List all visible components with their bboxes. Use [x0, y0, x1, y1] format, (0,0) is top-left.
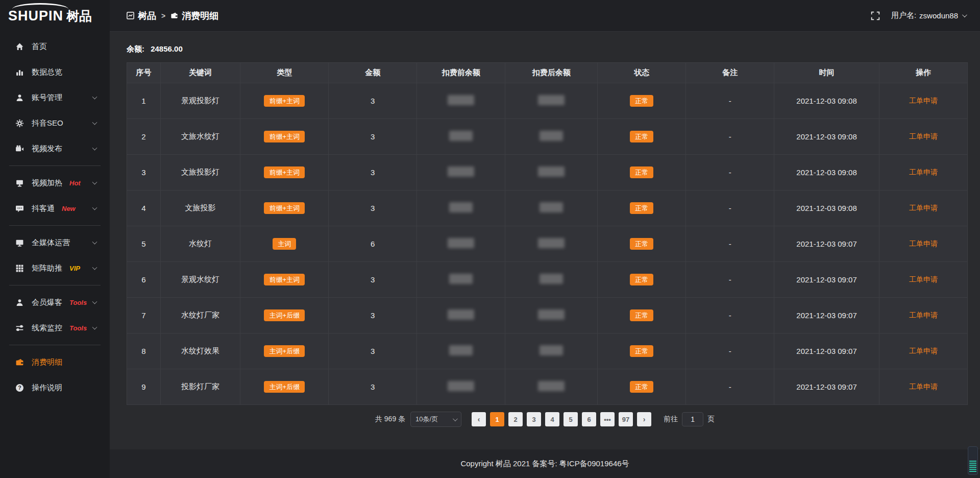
cell-remark: - — [686, 262, 774, 298]
ticket-request-link[interactable]: 工单申请 — [909, 168, 938, 176]
sidebar-item-instructions[interactable]: ? 操作说明 — [0, 375, 110, 400]
svg-text:?: ? — [18, 385, 21, 391]
sidebar-item-label: 消费明细 — [32, 357, 62, 367]
balance-value: 24856.00 — [151, 44, 183, 53]
sidebar-item-label: 抖客通 — [32, 204, 55, 213]
hot-badge: Hot — [69, 179, 81, 187]
prev-page-button[interactable]: ‹ — [472, 412, 486, 426]
page-button-6[interactable]: 6 — [582, 412, 596, 426]
sidebar-item-video-heat[interactable]: 视频加热 Hot — [0, 170, 110, 196]
table-row: 5 水纹灯 主词 6 正常 - 2021-12-03 09:07 工单申请 — [127, 226, 968, 262]
status-badge: 正常 — [630, 202, 653, 214]
ticket-request-link[interactable]: 工单申请 — [909, 383, 938, 391]
sidebar-item-data-overview[interactable]: 数据总览 — [0, 59, 110, 85]
ticket-request-link[interactable]: 工单申请 — [909, 311, 938, 319]
sidebar-item-label: 操作说明 — [32, 383, 62, 393]
redacted-balance-before — [449, 202, 473, 212]
top-bar: 树品 > 消费明细 用户名: zswodun88 — [110, 0, 980, 32]
tools-badge: Tools — [69, 299, 87, 306]
cell-amount: 3 — [329, 155, 417, 190]
sidebar-item-douyin-seo[interactable]: 抖音SEO — [0, 110, 110, 136]
new-badge: New — [62, 205, 76, 212]
breadcrumb-separator: > — [161, 12, 165, 20]
chevron-down-icon — [92, 180, 97, 185]
cell-remark: - — [686, 83, 774, 119]
ticket-request-link[interactable]: 工单申请 — [909, 240, 938, 248]
cell-remark: - — [686, 369, 774, 405]
sidebar-item-all-media[interactable]: 全媒体运营 — [0, 230, 110, 255]
sidebar-item-label: 矩阵助推 — [32, 264, 62, 273]
page-button-5[interactable]: 5 — [564, 412, 578, 426]
type-badge: 前缀+主词 — [264, 166, 305, 178]
status-badge: 正常 — [630, 131, 653, 142]
ticket-request-link[interactable]: 工单申请 — [909, 275, 938, 283]
table-row: 1 景观投影灯 前缀+主词 3 正常 - 2021-12-03 09:08 工单… — [127, 83, 968, 119]
page-button-3[interactable]: 3 — [527, 412, 541, 426]
sidebar-item-lead-monitor[interactable]: 线索监控 Tools — [0, 315, 110, 341]
cell-remark: - — [686, 119, 774, 155]
gear-icon — [15, 119, 24, 128]
cell-keyword: 投影灯厂家 — [160, 369, 240, 405]
floating-widget[interactable] — [968, 446, 978, 475]
redacted-balance-after — [540, 131, 563, 141]
more-pages-button[interactable]: ••• — [600, 412, 615, 426]
cell-remark: - — [686, 333, 774, 369]
col-header-balance-after: 扣费后余额 — [505, 63, 598, 83]
breadcrumb-root[interactable]: 树品 — [127, 10, 156, 22]
goto-page-input[interactable] — [682, 412, 703, 426]
next-page-button[interactable]: › — [637, 412, 651, 426]
type-badge: 前缀+主词 — [264, 95, 305, 107]
cell-remark: - — [686, 190, 774, 226]
cell-no: 6 — [127, 262, 161, 298]
breadcrumb-current[interactable]: 消费明细 — [170, 10, 218, 22]
cell-amount: 3 — [329, 369, 417, 405]
page-button-97[interactable]: 97 — [619, 412, 633, 426]
table-row: 9 投影灯厂家 主词+后缀 3 正常 - 2021-12-03 09:07 工单… — [127, 369, 968, 405]
table-row: 6 景观水纹灯 前缀+主词 3 正常 - 2021-12-03 09:07 工单… — [127, 262, 968, 298]
cell-time: 2021-12-03 09:07 — [774, 369, 879, 405]
cell-keyword: 文旅水纹灯 — [160, 119, 240, 155]
ticket-request-link[interactable]: 工单申请 — [909, 204, 938, 212]
page-button-2[interactable]: 2 — [508, 412, 523, 426]
sidebar-item-consumption-detail[interactable]: 消费明细 — [0, 349, 110, 375]
ticket-request-link[interactable]: 工单申请 — [909, 347, 938, 355]
home-icon — [15, 42, 24, 51]
page-button-4[interactable]: 4 — [545, 412, 559, 426]
type-badge: 主词 — [273, 238, 296, 250]
cell-remark: - — [686, 155, 774, 190]
username-label: 用户名: — [891, 11, 916, 20]
redacted-balance-after — [538, 166, 565, 177]
page-button-1[interactable]: 1 — [490, 412, 504, 426]
wallet-icon — [15, 358, 24, 367]
user-icon — [15, 93, 24, 102]
col-header-status: 状态 — [598, 63, 686, 83]
user-dropdown[interactable]: 用户名: zswodun88 — [891, 11, 966, 20]
redacted-balance-after — [538, 95, 565, 105]
redacted-balance-before — [448, 95, 474, 105]
fullscreen-icon[interactable] — [871, 11, 880, 20]
monitor-icon — [15, 238, 24, 247]
sidebar-item-member-burst[interactable]: 会员爆客 Tools — [0, 290, 110, 315]
status-badge: 正常 — [630, 309, 653, 321]
cell-time: 2021-12-03 09:07 — [774, 226, 879, 262]
cell-amount: 3 — [329, 190, 417, 226]
sidebar-item-video-publish[interactable]: 视频发布 — [0, 136, 110, 161]
type-badge: 前缀+主词 — [264, 274, 305, 285]
table-row: 2 文旅水纹灯 前缀+主词 3 正常 - 2021-12-03 09:08 工单… — [127, 119, 968, 155]
footer: Copyright 树品 2021 备案号: 粤ICP备09019646号 — [110, 449, 980, 478]
sidebar-item-home[interactable]: 首页 — [0, 34, 110, 59]
sidebar-item-doketong[interactable]: 抖客通 New — [0, 196, 110, 221]
cell-amount: 3 — [329, 119, 417, 155]
cell-time: 2021-12-03 09:08 — [774, 119, 879, 155]
ticket-request-link[interactable]: 工单申请 — [909, 97, 938, 105]
ticket-request-link[interactable]: 工单申请 — [909, 132, 938, 140]
table-row: 8 水纹灯效果 主词+后缀 3 正常 - 2021-12-03 09:07 工单… — [127, 333, 968, 369]
pagination: 共 969 条 10条/页 ‹ 1 2 3 4 5 6 ••• 97 › 前往 … — [110, 412, 980, 427]
page-size-select[interactable]: 10条/页 — [410, 412, 461, 427]
sidebar-item-account-mgmt[interactable]: 账号管理 — [0, 85, 110, 110]
goto-page: 前往 页 — [664, 412, 715, 426]
app-logo[interactable]: SHUPIN 树品 — [0, 0, 110, 32]
page-buttons: ‹ 1 2 3 4 5 6 ••• 97 › — [472, 412, 651, 426]
chevron-down-icon — [92, 94, 97, 100]
sidebar-item-matrix-boost[interactable]: 矩阵助推 VIP — [0, 255, 110, 281]
